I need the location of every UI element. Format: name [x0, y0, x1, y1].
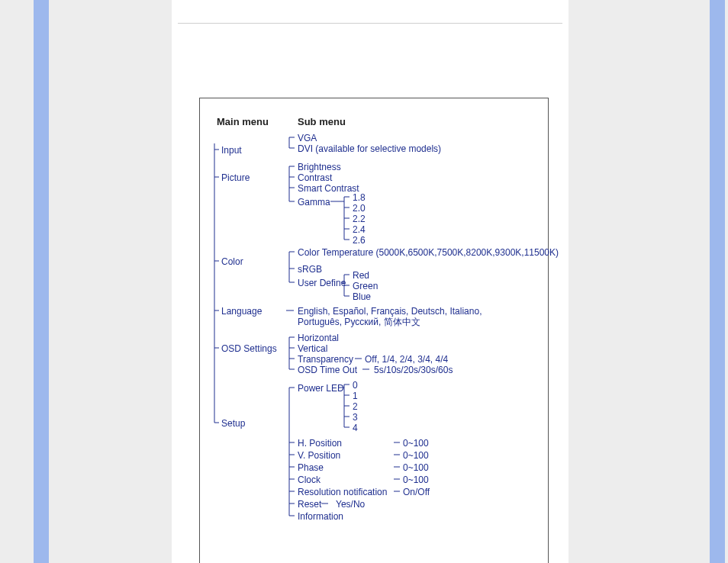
- menu-tree-connectors: [199, 98, 549, 563]
